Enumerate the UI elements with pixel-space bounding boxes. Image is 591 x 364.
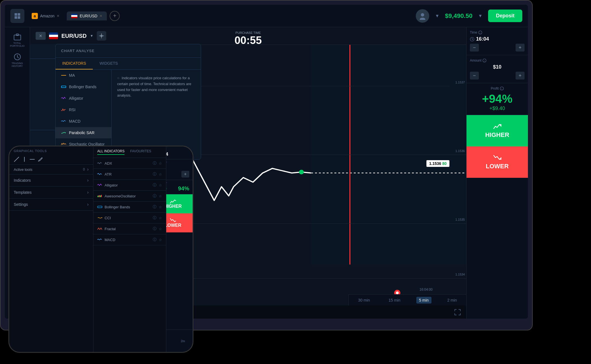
time-label-1604: 16:04:00 [419,288,433,291]
phone-indicators-panel: ALL INDICATORS FAVOURITES ADX ⓘ ☆ [93,146,166,352]
amount-increase-btn[interactable]: + [516,72,525,80]
close-amazon-tab[interactable]: ✕ [57,14,59,18]
user-avatar[interactable] [416,9,429,23]
alligator-star[interactable]: ☆ [159,183,162,187]
indicator-rsi-label: RSI [69,108,75,112]
crosshair-tool[interactable] [97,31,106,41]
tab-widgets[interactable]: WIDGETS [93,58,124,69]
time-decrease-btn[interactable]: − [470,44,479,52]
atr-label: ATR [105,172,151,176]
phone-left-panel: GRAPHICAL TOOLS [9,146,93,352]
indicator-alligator[interactable]: Alligator [56,93,111,104]
indicator-ma-label: MA [69,73,75,78]
pair-dropdown-arrow[interactable]: ▼ [90,34,93,38]
higher-button[interactable]: HIGHER [467,115,528,146]
settings-arrow: › [87,202,89,207]
add-tab-button[interactable]: + [110,11,120,21]
y-label-1536: 1.1536 [455,149,465,153]
tab-eurusd[interactable]: EUR/USD ✕ [67,11,107,20]
fractal-info[interactable]: ⓘ [153,226,156,231]
fullscreen-btn[interactable] [454,309,461,316]
alligator-icon [61,97,66,100]
price-extra: 80 [442,161,447,166]
fractal-star[interactable]: ☆ [159,227,162,231]
interval-15min[interactable]: 15 min [386,297,403,304]
tab-amazon-label: Amazon [40,14,54,18]
macd-info[interactable]: ⓘ [153,237,156,242]
deposit-button[interactable]: Deposit [488,10,522,22]
amount-decrease-btn[interactable]: − [470,72,479,80]
svg-point-14 [299,170,304,174]
favourites-tab[interactable]: FAVOURITES [130,149,151,155]
indicator-bollinger[interactable]: Bollinger Bands [56,81,111,93]
parabolicsar-icon [61,131,66,134]
time-increase-btn[interactable]: + [516,44,525,52]
phone-lower-icon [170,218,176,223]
y-label-1535: 1.1535 [455,218,465,221]
phone-higher-icon [170,199,176,204]
svg-text:i: i [484,60,485,62]
interval-30min[interactable]: 30 min [355,297,373,304]
indicator-ma[interactable]: MA [56,70,111,81]
indicator-macd[interactable]: MACD [56,116,111,127]
horizontal-line-icon[interactable] [29,157,35,162]
menu-item-indicators[interactable]: Indicators › [9,174,93,186]
bollinger-star[interactable]: ☆ [159,205,162,209]
active-tools-count: 0 [83,167,85,171]
time-section: Time i 16:04 − [467,27,528,55]
svg-rect-40 [98,206,102,208]
settings-menu-label: Settings [14,202,87,207]
svg-rect-1 [18,13,20,16]
nav-2m[interactable]: 2m [181,339,185,343]
time-stepper: − + [470,44,525,52]
svg-point-20 [64,132,65,133]
vertical-line-icon[interactable] [22,157,27,162]
pencil-tool-icon[interactable] [37,157,43,162]
phone-invest-increase[interactable]: + [181,171,189,178]
awesome-star[interactable]: ☆ [159,194,162,198]
svg-point-21 [65,132,66,133]
menu-item-settings[interactable]: Settings › [9,199,93,211]
cci-info[interactable]: ⓘ [153,215,156,220]
fractal-icon [97,227,102,230]
adx-info[interactable]: ⓘ [153,161,156,166]
chart-analyse-tabs: INDICATORS WIDGETS [56,58,201,70]
alligator-info[interactable]: ⓘ [153,183,156,188]
top-bar-right: ▼ $9,490.50 ▼ Deposit [416,9,522,23]
bollinger-info[interactable]: ⓘ [153,204,156,209]
tab-indicators[interactable]: INDICATORS [56,58,93,69]
interval-2min[interactable]: 2 min [444,297,460,304]
amount-value: $10 [470,64,525,70]
adx-label: ADX [105,161,151,165]
close-eurusd-tab[interactable]: ✕ [100,14,102,18]
tab-amazon[interactable]: a Amazon ✕ [27,11,64,21]
line-tool-icon[interactable] [14,157,19,162]
sidebar-history[interactable]: TRADINGHISTORY [11,53,23,67]
balance-arrow-icon: ▼ [478,13,483,18]
indicator-parabolicsar[interactable]: Parabolic SAR [56,127,111,139]
awesome-info[interactable]: ⓘ [153,193,156,199]
cci-star[interactable]: ☆ [159,216,162,220]
close-panel-btn[interactable]: ✕ [36,32,46,40]
indicators-arrow: › [87,178,89,183]
lower-button[interactable]: LOWER [467,146,528,178]
menu-item-templates[interactable]: Templates › [9,186,93,199]
y-label-1537: 1.1537 [455,81,465,84]
interval-5min[interactable]: 5 min [416,297,431,304]
atr-star[interactable]: ☆ [159,172,162,176]
macd-star[interactable]: ☆ [159,238,162,242]
svg-rect-3 [18,16,20,19]
sidebar-portfolio[interactable]: TOTALPORTFOLIO [10,33,25,47]
alligator-label: Alligator [105,183,151,187]
alligator-small-icon [97,184,102,186]
grid-button[interactable] [10,9,24,23]
adx-star[interactable]: ☆ [159,161,162,165]
svg-line-33 [14,157,19,162]
profit-percent: +94% [470,92,525,106]
phone-ind-macd: MACD ⓘ ☆ [93,234,166,245]
indicator-rsi[interactable]: RSI [56,104,111,116]
templates-arrow: › [87,190,89,195]
awesome-small-icon [97,195,102,197]
all-indicators-tab[interactable]: ALL INDICATORS [97,149,124,155]
atr-info[interactable]: ⓘ [153,172,156,177]
